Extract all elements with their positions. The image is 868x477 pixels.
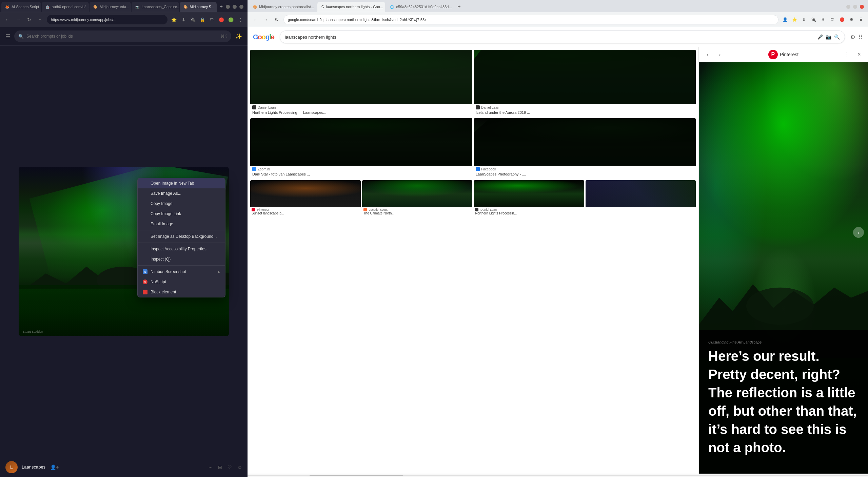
tab-midjourney-article[interactable]: 🎨 Midjourney creates photorealist... × [249,2,317,12]
extension1-icon[interactable]: 🔌 [189,16,197,23]
right-forward-button[interactable]: → [262,16,270,24]
menu-icon[interactable]: ⋮ [237,16,244,23]
right-maximize-button[interactable] [853,5,857,9]
close-button[interactable] [239,5,243,9]
emoji-icon[interactable]: ☺ [237,464,242,470]
right-profile-icon[interactable]: 👤 [781,16,789,23]
google-lens-icon[interactable]: 📷 [826,34,831,40]
grid-view-icon[interactable]: ⊞ [218,464,222,470]
maximize-button[interactable] [233,5,237,9]
home-button[interactable]: ⌂ [36,16,44,24]
grid-source-row-7: Daniel Laan [475,208,583,211]
right-ext3-icon[interactable]: 🛡 [829,16,836,23]
tab-ai-scapes[interactable]: 🦊 AI Scapes Script × [1,2,41,12]
grid-image-6[interactable]: Locationscout The Ultimate North... [362,180,473,217]
tab-midjourney-eda[interactable]: 🎨 Midjourney: eda... × [90,2,131,12]
right-bookmark-icon[interactable]: ⭐ [791,16,798,23]
right-settings-icon[interactable]: ⚙ [848,16,855,23]
google-mic-icon[interactable]: 🎤 [817,34,823,40]
save-label: Save Image As... [151,191,181,196]
right-minimize-button[interactable] [846,5,850,9]
more-options-icon[interactable]: ··· [209,464,213,470]
grid-image-7[interactable]: Daniel Laan Northern Lights Processin... [474,180,584,217]
right-ext1-icon[interactable]: 🔌 [810,16,817,23]
hamburger-menu[interactable]: ☰ [5,33,10,40]
context-menu-item-desktop[interactable]: Set Image as Desktop Background... [138,231,225,242]
grid-image-4[interactable]: Facebook LaanScapes Photography - .... [474,118,696,179]
tab-favicon-r3: 🌐 [390,5,394,9]
context-menu-item-open[interactable]: Open Image in New Tab [138,178,225,188]
context-menu: Open Image in New Tab Save Image As... C… [137,178,225,297]
mj-search-bar[interactable]: 🔍 ⌘K [14,30,231,42]
context-menu-item-block[interactable]: 🚫 Block element [138,287,225,297]
right-refresh-button[interactable]: ↻ [273,16,281,24]
extension3-icon[interactable]: 🛡 [208,16,216,23]
google-search-btn[interactable]: 🔍 [834,34,840,40]
tab-favicon-4: 📷 [135,4,140,9]
google-search-bar[interactable]: 🎤 📷 🔍 [280,30,845,43]
tab-midjourney-active[interactable]: 🎨 Midjourney.S... × [180,2,217,12]
source-dot-4 [476,167,480,171]
preview-prev-button[interactable]: ‹ [703,50,712,59]
back-button[interactable]: ← [3,16,12,24]
grid-image-2[interactable]: Daniel Laan Iceland under the Aurora 201… [474,50,696,117]
right-ext2-icon[interactable]: S [819,16,827,23]
preview-close-button[interactable]: × [854,50,864,59]
grid-title-3: Dark Star - foto van Laanscapes ... [252,172,470,177]
extension4-icon[interactable]: 🔴 [218,16,225,23]
google-search-input[interactable] [285,35,814,40]
refresh-button[interactable]: ↻ [25,16,33,24]
extension5-icon[interactable]: 🟢 [227,16,235,23]
grid-image-3-info: Zoom.nl Dark Star - foto van Laanscapes … [250,166,472,179]
right-download-icon[interactable]: ⬇ [800,16,808,23]
right-apps-icon[interactable]: ⠿ [857,16,865,23]
context-menu-item-nimbus[interactable]: N Nimbus Screenshot ▶ [138,267,225,277]
grid-image-1[interactable]: Daniel Laan Northern Lights Processing —… [250,50,472,117]
context-menu-item-accessibility[interactable]: Inspect Accessibility Properties [138,244,225,254]
heart-icon[interactable]: ♡ [228,464,232,470]
search-input[interactable] [26,34,218,39]
magic-wand-button[interactable]: ✨ [235,33,242,40]
grid-image-5[interactable]: Pinterest Sunset landscape p... [250,180,361,217]
context-menu-item-inspect[interactable]: Inspect (Q) [138,254,225,264]
address-input[interactable] [47,15,167,24]
tab-favicon-1: 🦊 [5,4,9,9]
grid-title-5: Sunset landscape p... [252,211,359,215]
right-new-tab-button[interactable]: + [454,2,464,12]
new-tab-button[interactable]: + [217,2,225,12]
download-icon[interactable]: ⬇ [180,16,187,23]
scrollbar[interactable] [248,474,868,477]
right-address-input[interactable] [283,15,778,24]
tab-google-laanscapes[interactable]: G laanscapes northern lights - Goo... × [317,2,385,12]
left-browser-panel: 🦊 AI Scapes Script × 🤖 auth0.openai.com/… [0,0,248,477]
right-browser-chrome: 🎨 Midjourney creates photorealist... × G… [248,0,868,27]
tab-openai[interactable]: 🤖 auth0.openai.com/u/... × [42,2,89,12]
context-menu-item-save[interactable]: Save Image As... [138,188,225,199]
right-ext4-icon[interactable]: 🔴 [838,16,846,23]
minimize-button[interactable] [226,5,230,9]
right-close-button[interactable] [860,5,864,9]
bookmark-icon[interactable]: ⭐ [170,16,178,23]
extension2-icon[interactable]: 🔒 [199,16,206,23]
context-menu-item-noscript[interactable]: S NoScript [138,277,225,287]
context-menu-item-copy-link[interactable]: Copy Image Link [138,209,225,219]
google-apps-icon[interactable]: ⠿ [859,34,863,40]
grid-image-8[interactable] [586,180,696,217]
context-menu-item-copy[interactable]: Copy Image [138,199,225,209]
forward-button[interactable]: → [14,16,22,24]
tab-e59[interactable]: 🌐 e59a8a62482531d1f0e9bc483d... × [386,2,454,12]
context-menu-item-email[interactable]: Email Image... [138,219,225,229]
right-back-button[interactable]: ← [251,16,259,24]
preview-next-button[interactable]: › [715,50,725,59]
copy-link-icon [142,211,148,216]
grid-image-3[interactable]: Zoom.nl Dark Star - foto van Laanscapes … [250,118,472,179]
grid-image-4-bg [474,118,696,166]
preview-text-overlay: Outstanding Fine Art Landscape Here’s ou… [699,330,868,474]
midjourney-content: ☰ 🔍 ⌘K ✨ [0,27,248,477]
tab-laanscapes[interactable]: 📷 Laanscapes_Capture... × [132,2,179,12]
google-settings-icon[interactable]: ⚙ [850,34,855,40]
preview-side-nav-right[interactable]: › [853,227,864,238]
pinterest-source: P Pinterest [727,50,840,59]
preview-more-button[interactable]: ⋮ [842,50,852,59]
user-add-icon[interactable]: 👤+ [50,464,59,470]
